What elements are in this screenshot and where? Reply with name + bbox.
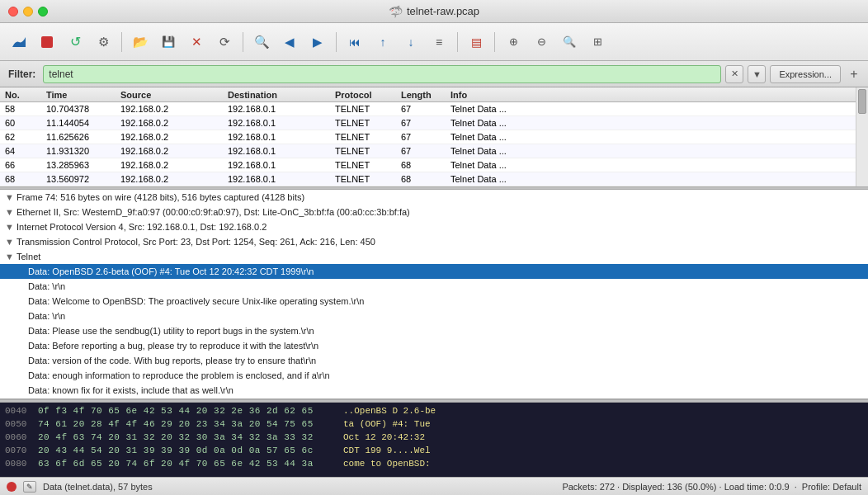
packet-row[interactable]: 58 10.704378 192.168.0.2 192.168.0.1 TEL… <box>0 102 856 116</box>
status-info: Data (telnet.data), 57 bytes <box>43 482 153 492</box>
hex-bytes: 20 43 44 54 20 31 39 39 39 0d 0a 0d 0a 5… <box>38 446 343 455</box>
filter-arrow-button[interactable]: ▼ <box>748 65 766 83</box>
detail-row[interactable]: Data: Please use the sendbug(1) utility … <box>0 323 868 338</box>
window-controls <box>8 7 48 16</box>
open-file-button[interactable]: 📂 <box>128 30 153 54</box>
packet-row[interactable]: 62 11.625626 192.168.0.2 192.168.0.1 TEL… <box>0 130 856 144</box>
detail-text: Data: \r\n <box>28 281 65 291</box>
cell-source: 192.168.0.2 <box>116 174 223 184</box>
minimize-window-button[interactable] <box>23 7 33 16</box>
find-packet-button[interactable]: 🔍 <box>249 30 274 54</box>
detail-row[interactable]: Data: enough information to reproduce th… <box>0 368 868 383</box>
zoom-normal-button[interactable]: 🔍 <box>557 30 582 54</box>
detail-text: Data: Welcome to OpenBSD: The proactivel… <box>28 296 364 306</box>
hex-pane: 0040 0f f3 4f 70 65 6e 42 53 44 20 32 2e… <box>0 403 868 477</box>
detail-row[interactable]: Data: Welcome to OpenBSD: The proactivel… <box>0 294 868 309</box>
cell-time: 11.144054 <box>41 118 116 128</box>
hex-ascii: come to OpenBSD: <box>343 459 431 469</box>
cell-info: Telnet Data ... <box>446 174 856 184</box>
stop-capture-button[interactable] <box>35 30 59 54</box>
hex-ascii: CDT 199 9....Wel <box>343 446 431 455</box>
window-title: telnet-raw.pcap <box>407 5 479 17</box>
shark-fin-button[interactable] <box>7 30 31 54</box>
capture-options-button[interactable]: ⚙ <box>91 30 116 54</box>
main-content: No. Time Source Destination Protocol Len… <box>0 87 868 477</box>
filter-clear-button[interactable]: ✕ <box>725 65 743 83</box>
packet-row[interactable]: 60 11.144054 192.168.0.2 192.168.0.1 TEL… <box>0 116 856 130</box>
detail-row[interactable]: Data: OpenBSD 2.6-beta (OOF) #4: Tue Oct… <box>0 264 868 279</box>
detail-row[interactable]: Data: known fix for it exists, include t… <box>0 383 868 398</box>
detail-row[interactable]: Data: \r\n <box>0 279 868 294</box>
zoom-out-button[interactable]: ⊖ <box>529 30 554 54</box>
add-filter-button[interactable]: + <box>845 65 863 83</box>
prev-packet2-button[interactable]: ↑ <box>370 30 395 54</box>
packet-row[interactable]: 68 13.560972 192.168.0.2 192.168.0.1 TEL… <box>0 172 856 186</box>
cell-no: 68 <box>0 174 41 184</box>
close-window-button[interactable] <box>8 7 18 16</box>
cell-source: 192.168.0.2 <box>116 132 223 142</box>
detail-row[interactable]: Data: version of the code. With bug repo… <box>0 353 868 368</box>
colorize-button[interactable]: ▤ <box>464 30 488 54</box>
cell-destination: 192.168.0.1 <box>223 174 330 184</box>
last-packet-button[interactable]: ≡ <box>427 30 451 54</box>
expand-icon: ▼ <box>5 222 17 232</box>
cell-time: 13.560972 <box>41 174 116 184</box>
detail-text: Data: enough information to reproduce th… <box>28 370 330 380</box>
scrollbar-thumb[interactable] <box>858 89 866 114</box>
first-packet-button[interactable]: ⏮ <box>342 30 367 54</box>
detail-text: Ethernet II, Src: WesternD_9f:a0:97 (00:… <box>17 207 410 217</box>
reload-file-button[interactable]: ⟳ <box>212 30 237 54</box>
hex-row: 0040 0f f3 4f 70 65 6e 42 53 44 20 32 2e… <box>0 404 868 417</box>
cell-protocol: TELNET <box>330 118 396 128</box>
col-header-no: No. <box>0 90 41 100</box>
cell-protocol: TELNET <box>330 160 396 170</box>
edit-icon[interactable]: ✎ <box>23 481 36 493</box>
detail-row[interactable]: ▼ Frame 74: 516 bytes on wire (4128 bits… <box>0 190 868 205</box>
restart-capture-button[interactable]: ↺ <box>63 30 87 54</box>
detail-row[interactable]: Data: \r\n <box>0 309 868 323</box>
cell-no: 66 <box>0 160 41 170</box>
close-file-button[interactable]: ✕ <box>184 30 209 54</box>
detail-row[interactable]: ▼ Telnet <box>0 249 868 264</box>
cell-info: Telnet Data ... <box>446 118 856 128</box>
maximize-window-button[interactable] <box>38 7 48 16</box>
detail-row[interactable]: ▼ Transmission Control Protocol, Src Por… <box>0 234 868 249</box>
detail-row[interactable]: ▼ Internet Protocol Version 4, Src: 192.… <box>0 219 868 234</box>
detail-text: Transmission Control Protocol, Src Port:… <box>17 237 375 247</box>
detail-text: Data: known fix for it exists, include t… <box>28 385 234 395</box>
hex-offset: 0040 <box>5 406 38 416</box>
cell-destination: 192.168.0.1 <box>223 160 330 170</box>
cell-length: 68 <box>396 160 446 170</box>
hex-bytes: 74 61 20 28 4f 4f 46 29 20 23 34 3a 20 5… <box>38 419 343 429</box>
next-packet2-button[interactable]: ↓ <box>399 30 423 54</box>
cell-time: 11.931320 <box>41 146 116 156</box>
prev-packet-button[interactable]: ◀ <box>277 30 302 54</box>
save-file-button[interactable]: 💾 <box>156 30 181 54</box>
detail-row[interactable]: ▼ Ethernet II, Src: WesternD_9f:a0:97 (0… <box>0 205 868 219</box>
zoom-in-button[interactable]: ⊕ <box>501 30 526 54</box>
col-header-info: Info <box>446 90 856 100</box>
separator-2 <box>243 32 243 52</box>
packet-row[interactable]: 64 11.931320 192.168.0.2 192.168.0.1 TEL… <box>0 144 856 158</box>
expression-button[interactable]: Expression... <box>770 65 841 83</box>
cell-info: Telnet Data ... <box>446 146 856 156</box>
cell-length: 67 <box>396 146 446 156</box>
packet-scrollbar[interactable] <box>856 87 868 186</box>
packet-list-area: No. Time Source Destination Protocol Len… <box>0 87 868 186</box>
status-indicator <box>7 482 17 492</box>
cell-protocol: TELNET <box>330 104 396 114</box>
packet-row[interactable]: 66 13.285963 192.168.0.2 192.168.0.1 TEL… <box>0 158 856 172</box>
col-header-destination: Destination <box>223 90 330 100</box>
hex-row: 0050 74 61 20 28 4f 4f 46 29 20 23 34 3a… <box>0 417 868 431</box>
detail-text: Data: Before reporting a bug, please try… <box>28 341 318 351</box>
expand-icon: ▼ <box>5 237 17 247</box>
hex-offset: 0070 <box>5 446 38 455</box>
hex-bytes: 63 6f 6d 65 20 74 6f 20 4f 70 65 6e 42 5… <box>38 459 343 469</box>
cell-source: 192.168.0.2 <box>116 160 223 170</box>
next-packet-button[interactable]: ▶ <box>305 30 330 54</box>
col-header-time: Time <box>41 90 116 100</box>
expand-icon: ▼ <box>5 207 17 217</box>
column-prefs-button[interactable]: ⊞ <box>585 30 610 54</box>
detail-row[interactable]: Data: Before reporting a bug, please try… <box>0 338 868 353</box>
filter-input[interactable] <box>43 65 721 83</box>
